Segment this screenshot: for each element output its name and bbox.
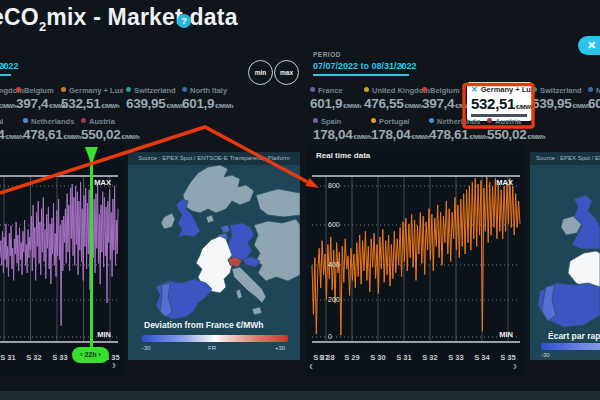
svg-text:200: 200 — [328, 296, 340, 303]
prev-week-icon[interactable]: ‹ — [309, 359, 313, 373]
page-title: eCO2mix - Market data — [0, 4, 238, 34]
legend-dot — [16, 87, 21, 92]
legend-value: 178,04€/MWh — [371, 127, 429, 142]
legend-country: Belgium — [430, 86, 460, 95]
legend-dot — [126, 87, 131, 92]
min-button[interactable]: min — [248, 60, 273, 85]
svg-text:600: 600 — [328, 221, 340, 228]
legend-country: Netherlands — [437, 117, 480, 126]
next-week-icon[interactable]: › — [513, 359, 517, 373]
legend-item[interactable]: Austria 550,02€/MWh — [487, 117, 545, 142]
period-selector[interactable]: PERIOD 07/07/2022 to 08/31/2022 ∨ — [313, 51, 417, 76]
dashboard-page: eCO2mix - Market data ? min max ✕ PERIOD… — [0, 0, 600, 400]
map-scandinavia — [183, 165, 254, 213]
svg-text:S 33: S 33 — [52, 353, 67, 362]
legend-item[interactable]: Belgium 397,4€/MWh — [422, 86, 467, 121]
svg-text:S 32: S 32 — [422, 353, 437, 362]
scale-max-label: +30 — [275, 345, 285, 351]
legend-country: North Italy — [190, 86, 227, 95]
help-icon[interactable]: ? — [177, 14, 191, 28]
legend-dot — [81, 118, 86, 123]
legend-dot — [422, 87, 427, 92]
legend-country: Netherlands — [31, 117, 74, 126]
period-underline — [313, 74, 409, 76]
svg-text:S 33: S 33 — [448, 353, 463, 362]
legend-item[interactable]: Netherlands 478,61€/MWh — [23, 117, 81, 142]
map-denmark — [206, 215, 214, 223]
svg-text:S 28: S 28 — [319, 353, 334, 362]
next-week-icon[interactable]: › — [112, 358, 116, 372]
svg-text:S 32: S 32 — [26, 353, 41, 362]
legend-item[interactable]: ✕Germany + Lux 532,51€/MWh — [467, 82, 532, 121]
legend-dot — [588, 87, 593, 92]
svg-text:0: 0 — [328, 333, 332, 340]
legend-country: France — [318, 86, 343, 95]
legend-value: 601,9€/MWh — [588, 96, 600, 111]
right-price-chart[interactable]: S 27S 28S 29S 30S 31S 32S 33S 34S 358006… — [308, 145, 524, 385]
legend-item[interactable]: Portugal 178,04€/MWh — [371, 117, 429, 142]
legend-item[interactable]: ✕Germany + Lux 532,51€/MWh — [61, 86, 126, 111]
legend-dot — [313, 118, 318, 123]
ecart-map-panel: Source : EPEX Spot / EN Écart par rappor… — [530, 152, 600, 360]
close-icon: ✕ — [587, 39, 596, 51]
chevron-down-icon[interactable]: ∨ — [1, 61, 7, 70]
svg-text:S 31: S 31 — [396, 353, 411, 362]
legend-value: 550,02€/MWh — [81, 127, 139, 142]
legend-item[interactable]: Belgium 397,4€/MWh — [16, 86, 61, 111]
legend-item[interactable]: Netherlands 478,61€/MWh — [429, 117, 487, 142]
legend-item[interactable]: France 601,9€/MWh — [310, 86, 364, 121]
legend-item[interactable]: Switzerland 639,95€/MWh — [126, 86, 182, 111]
legend-value: 478,61€/MWh — [23, 127, 81, 142]
legend-country: Portugal — [0, 117, 3, 126]
legend-item[interactable]: Switzerland 639,95€/MWh — [532, 86, 588, 121]
legend-item[interactable]: Austria 550,02€/MWh — [81, 117, 139, 142]
legend-country: Germany + Lux — [69, 86, 123, 95]
legend-item[interactable]: Portugal 178,04€/MWh — [0, 117, 23, 142]
legend-row: Spain 178,04€/MWh Portugal 178,04€/MWh N… — [0, 117, 139, 142]
legend-row: France 601,9€/MWh United Kingdom 476,55€… — [0, 86, 232, 111]
legend-dot — [532, 87, 537, 92]
legend-value: 397,4€/MWh — [422, 96, 467, 111]
period-selector-left[interactable]: PERIOD 07/07/2022 to 08/31/2022 ∨ — [0, 51, 19, 76]
svg-text:MAX: MAX — [94, 178, 111, 187]
deviation-scale — [142, 335, 288, 342]
legend-value: 476,55€/MWh — [364, 96, 422, 111]
close-icon[interactable]: ✕ — [471, 85, 478, 94]
svg-text:MIN: MIN — [97, 330, 111, 339]
legend-item[interactable]: Spain 178,04€/MWh — [313, 117, 371, 142]
time-cursor-pill[interactable]: ‹ 22h › — [72, 347, 109, 363]
scale-min-label: -30 — [142, 345, 151, 351]
deviation-scale — [541, 343, 600, 350]
bottom-strip — [0, 391, 600, 400]
scale-min-label: -30 — [541, 352, 550, 358]
legend-value: 532,51€/MWh — [471, 95, 528, 112]
legend-value: 550,02€/MWh — [487, 127, 545, 142]
period-label: PERIOD — [0, 51, 19, 58]
close-button[interactable]: ✕ — [578, 36, 600, 55]
legend-value: 178,04€/MWh — [0, 127, 23, 142]
max-button[interactable]: max — [274, 60, 299, 85]
chevron-down-icon[interactable]: ∨ — [399, 61, 405, 70]
map-source-label: Source : EPEX Spot / ENTSOE-E Transparen… — [128, 152, 300, 165]
legend-value: 397,4€/MWh — [16, 96, 61, 111]
legend-item[interactable]: United Kingdom 476,55€/MWh — [364, 86, 422, 121]
europe-map[interactable] — [128, 165, 300, 323]
legend-item[interactable]: United Kingdom 476,55€/MWh — [0, 86, 16, 111]
legend-dot — [23, 118, 28, 123]
legend-item[interactable]: North Italy 601,9€/MWh — [182, 86, 232, 111]
deviation-map-panel: Source : EPEX Spot / ENTSOE-E Transparen… — [128, 152, 300, 360]
legend-country: Portugal — [379, 117, 409, 126]
europe-map-zoomed[interactable] — [530, 165, 600, 335]
svg-text:S 29: S 29 — [344, 353, 359, 362]
legend-dot — [371, 118, 376, 123]
scale-mid-label: FR — [208, 345, 216, 351]
legend-item[interactable]: North Italy 601,9€/MWh — [588, 86, 600, 121]
svg-text:S 31: S 31 — [0, 353, 15, 362]
legend-dot — [487, 118, 492, 123]
legend-country: Belgium — [24, 86, 54, 95]
legend-dot — [61, 87, 66, 92]
legend-value: 478,61€/MWh — [429, 127, 487, 142]
map-caption: Deviation from France €/MWh — [144, 320, 264, 330]
legend-country: Spain — [321, 117, 341, 126]
map-source-label: Source : EPEX Spot / EN — [530, 152, 600, 165]
